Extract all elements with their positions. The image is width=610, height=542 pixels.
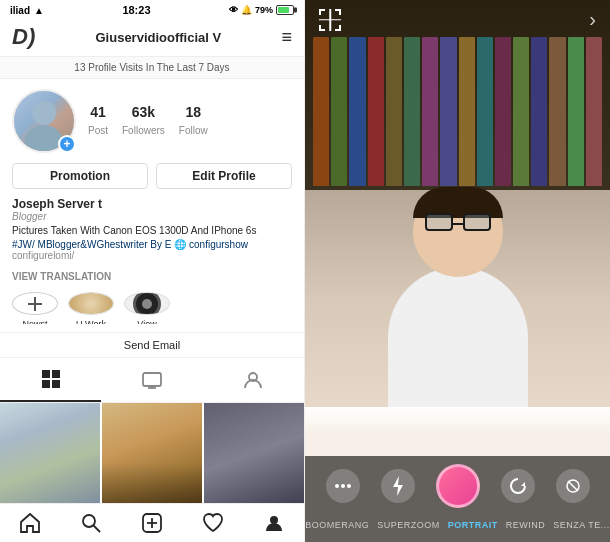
profile-buttons: Promotion Edit Profile (0, 159, 304, 197)
photo-cell-3[interactable] (204, 403, 304, 503)
profile-bio: Pictures Taken With Canon EOS 1300D And … (12, 224, 292, 237)
profile-icon (263, 512, 285, 534)
promotion-button[interactable]: Promotion (12, 163, 148, 189)
home-icon (19, 512, 41, 534)
nav-add[interactable] (122, 512, 183, 534)
camera-top-bar: › (305, 8, 610, 31)
svg-rect-5 (52, 380, 60, 388)
status-time: 18:23 (122, 4, 150, 16)
volume-icon: 🔔 (241, 5, 252, 15)
lightning-icon (391, 476, 405, 496)
following-count: 18 (179, 104, 208, 120)
tab-bar (0, 358, 304, 403)
camera-bottom-bar: BOOMERANG SUPERZOOM PORTRAIT REWIND SENZ… (305, 456, 610, 542)
tab-tv[interactable] (101, 358, 202, 402)
photo-cell-2[interactable] (102, 403, 202, 503)
edit-profile-button[interactable]: Edit Profile (156, 163, 292, 189)
person-glasses (423, 213, 493, 235)
status-bar: iliad ▲ 18:23 👁 🔔 79% (0, 0, 304, 18)
highlight-add-circle (12, 292, 58, 315)
eye-icon: 👁 (229, 5, 238, 15)
books (305, 37, 610, 186)
photo-cell-1[interactable] (0, 403, 100, 503)
highlight-lens-label: View (137, 319, 156, 324)
grid-icon (40, 368, 62, 390)
glass-bridge (453, 223, 463, 225)
svg-point-10 (83, 515, 95, 527)
nav-bar: D) Giuservidioofficial V ≡ (0, 18, 304, 57)
camera-flash-button[interactable] (381, 469, 415, 503)
glass-right (463, 213, 491, 231)
highlight-lens[interactable]: View (124, 292, 170, 324)
status-left: iliad ▲ (10, 5, 44, 16)
posts-stat: 41 Post (88, 104, 108, 138)
highlight-granola-circle (68, 292, 114, 315)
menu-button[interactable]: ≡ (281, 27, 292, 48)
svg-line-11 (94, 526, 101, 533)
view-translation-button[interactable]: VIEW TRANSLATION (0, 267, 304, 286)
nav-profile[interactable] (243, 512, 304, 534)
chevron-right-icon[interactable]: › (589, 8, 596, 31)
tab-grid[interactable] (0, 358, 101, 402)
followers-label: Followers (122, 125, 165, 136)
status-right: 👁 🔔 79% (229, 5, 294, 15)
posts-label: Post (88, 125, 108, 136)
avatar-wrapper: + (12, 89, 76, 153)
battery-text: 79% (255, 5, 273, 15)
person-head (413, 187, 503, 277)
person-shirt (388, 267, 528, 407)
svg-point-17 (341, 484, 345, 488)
profile-bio-title: Blogger (12, 211, 292, 222)
carrier-text: iliad (10, 5, 30, 16)
camera-nofilter-button[interactable] (556, 469, 590, 503)
profile-username: Giuservidioofficial V (96, 30, 222, 45)
svg-line-21 (568, 481, 578, 491)
battery-icon (276, 5, 294, 15)
nav-heart[interactable] (182, 512, 243, 534)
visits-banner: 13 Profile Visits In The Last 7 Days (0, 57, 304, 79)
following-stat[interactable]: 18 Follow (179, 104, 208, 138)
svg-rect-2 (42, 370, 50, 378)
mode-portrait[interactable]: PORTRAIT (448, 520, 498, 530)
profile-name: Joseph Server t (12, 197, 292, 211)
nofilter-icon (565, 478, 581, 494)
camera-dots-button[interactable] (326, 469, 360, 503)
mode-superzoom[interactable]: SUPERZOOM (377, 520, 440, 530)
svg-marker-19 (521, 482, 525, 486)
followers-count: 63k (122, 104, 165, 120)
highlight-add[interactable]: Newst (12, 292, 58, 324)
app-logo: D) (12, 24, 35, 50)
camera-rewind-button[interactable] (501, 469, 535, 503)
send-email-button[interactable]: Send Email (0, 332, 304, 358)
posts-count: 41 (88, 104, 108, 120)
following-label: Follow (179, 125, 208, 136)
profile-header: + 41 Post 63k Followers 18 Follow (0, 79, 304, 159)
tab-user[interactable] (203, 358, 304, 402)
svg-rect-6 (143, 373, 161, 386)
svg-point-15 (270, 516, 278, 524)
svg-rect-4 (42, 380, 50, 388)
camera-icons-row (305, 456, 610, 516)
profile-link[interactable]: configurelomi/ (12, 250, 292, 261)
crosshair-icon (319, 9, 341, 31)
mode-rewind[interactable]: REWIND (506, 520, 546, 530)
heart-icon (202, 512, 224, 534)
mode-senza[interactable]: SENZA TE... (553, 520, 609, 530)
highlight-lens-circle (124, 292, 170, 315)
person-silhouette (358, 187, 558, 407)
svg-point-18 (347, 484, 351, 488)
nav-search[interactable] (61, 512, 122, 534)
dots-icon (334, 480, 352, 492)
glass-left (425, 213, 453, 231)
nav-home[interactable] (0, 512, 61, 534)
add-story-button[interactable]: + (58, 135, 76, 153)
rewind-icon (509, 477, 527, 495)
add-icon (141, 512, 163, 534)
camera-panel: › (305, 0, 610, 542)
highlight-granola[interactable]: U Work (68, 292, 114, 324)
highlights-row: Newst U Work View (0, 286, 304, 332)
mode-boomerang[interactable]: BOOMERANG (305, 520, 369, 530)
followers-stat[interactable]: 63k Followers (122, 104, 165, 138)
profile-info: Joseph Server t Blogger Pictures Taken W… (0, 197, 304, 267)
camera-record-button[interactable] (436, 464, 480, 508)
